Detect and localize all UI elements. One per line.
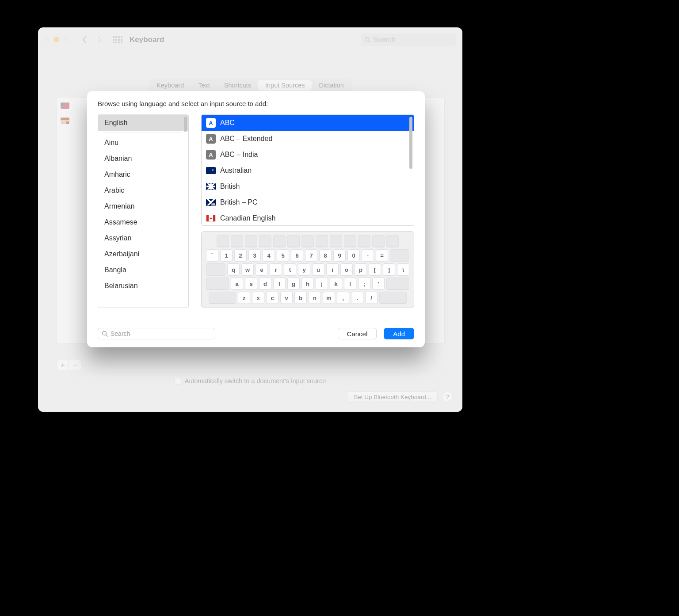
remove-source-button[interactable]: － — [69, 360, 81, 370]
flag-icon — [206, 199, 216, 206]
add-source-button[interactable]: ＋ — [57, 360, 69, 370]
key-blank — [301, 235, 314, 247]
language-item-arabic[interactable]: Arabic — [98, 183, 188, 198]
search-icon — [102, 331, 108, 337]
key: . — [351, 292, 363, 304]
sheet-search-placeholder: Search — [111, 330, 130, 337]
tab-text[interactable]: Text — [191, 80, 217, 91]
forward-button[interactable] — [93, 34, 106, 46]
tab-shortcuts[interactable]: Shortcuts — [217, 80, 258, 91]
key: 9 — [333, 249, 346, 262]
cancel-button[interactable]: Cancel — [338, 328, 377, 339]
auto-switch-checkbox[interactable] — [175, 378, 181, 384]
language-item-bangla[interactable]: Bangla — [98, 262, 188, 278]
tab-keyboard[interactable]: Keyboard — [149, 80, 191, 91]
key: d — [259, 278, 271, 290]
key: v — [280, 292, 293, 304]
key: h — [301, 278, 314, 290]
language-item-assyrian[interactable]: Assyrian — [98, 230, 188, 246]
key-blank — [287, 235, 300, 247]
add-input-source-sheet: Browse using language and select an inpu… — [87, 91, 425, 347]
zoom-window-button[interactable] — [63, 37, 69, 42]
key-blank — [206, 278, 229, 290]
key-blank — [231, 235, 243, 247]
key-blank — [330, 235, 342, 247]
layout-letter-icon: A — [206, 134, 216, 144]
key: w — [241, 263, 254, 276]
input-source-label: ABC — [220, 119, 235, 127]
key: 3 — [248, 249, 261, 262]
key-blank — [245, 235, 257, 247]
key: a — [231, 278, 243, 290]
language-item-azerbaijani[interactable]: Azerbaijani — [98, 246, 188, 262]
language-list-scrollbar[interactable] — [184, 117, 187, 132]
flag-icon — [61, 103, 69, 109]
language-list[interactable]: EnglishAinuAlbanianAmharicArabicArmenian… — [98, 114, 189, 308]
back-button[interactable] — [78, 34, 91, 46]
language-item-armenian[interactable]: Armenian — [98, 198, 188, 214]
keyboard-layout-preview: `1234567890-= qwertyuiop[]\ asdfghjkl;' … — [201, 231, 414, 308]
key: b — [294, 292, 307, 304]
input-source-item[interactable]: Australian — [202, 163, 414, 179]
key-blank — [273, 235, 286, 247]
help-button[interactable]: ? — [442, 392, 453, 402]
input-source-label: British — [220, 183, 240, 190]
window-footer-actions: Set Up Bluetooth Keyboard... ? — [38, 392, 462, 402]
input-source-item[interactable]: ✦Canadian English — [202, 210, 414, 226]
window-title: Keyboard — [130, 35, 164, 44]
toolbar-search-placeholder: Search — [373, 36, 396, 44]
toolbar-search-field[interactable]: Search — [361, 34, 456, 46]
key: c — [266, 292, 278, 304]
tab-dictation[interactable]: Dictation — [312, 80, 351, 91]
key: r — [270, 263, 282, 276]
flag-icon — [61, 118, 69, 124]
input-source-item[interactable]: British — [202, 179, 414, 194]
layout-letter-icon: A — [206, 150, 216, 160]
key: g — [287, 278, 300, 290]
show-all-icon[interactable] — [113, 36, 122, 43]
key: j — [316, 278, 328, 290]
key: , — [337, 292, 349, 304]
auto-switch-label: Automatically switch to a document's inp… — [185, 377, 326, 384]
input-source-item[interactable]: British – PC — [202, 194, 414, 210]
key: \ — [397, 263, 409, 276]
key: 6 — [291, 249, 303, 262]
input-source-item[interactable]: AABC — [202, 115, 414, 131]
language-item-assamese[interactable]: Assamese — [98, 214, 188, 230]
key-blank — [209, 292, 236, 304]
language-item-albanian[interactable]: Albanian — [98, 151, 188, 167]
language-list-divider — [104, 133, 182, 133]
add-button[interactable]: Add — [384, 328, 414, 339]
sheet-instruction-label: Browse using language and select an inpu… — [98, 100, 414, 107]
key: / — [365, 292, 378, 304]
key: i — [326, 263, 339, 276]
input-source-item[interactable]: AABC – Extended — [202, 131, 414, 147]
language-item-english[interactable]: English — [98, 115, 188, 131]
key-blank — [386, 278, 409, 290]
setup-bluetooth-button[interactable]: Set Up Bluetooth Keyboard... — [347, 392, 438, 402]
tab-input-sources[interactable]: Input Sources — [258, 80, 312, 91]
key: 5 — [277, 249, 289, 262]
key-blank — [217, 235, 229, 247]
language-item-ainu[interactable]: Ainu — [98, 135, 188, 151]
key: z — [238, 292, 250, 304]
input-source-list[interactable]: AABCAABC – ExtendedAABC – IndiaAustralia… — [201, 114, 414, 226]
input-source-item[interactable]: AABC – India — [202, 147, 414, 163]
flag-icon — [206, 167, 216, 174]
language-item-amharic[interactable]: Amharic — [98, 167, 188, 183]
key: 0 — [347, 249, 360, 262]
key: - — [362, 249, 374, 262]
key-blank — [386, 235, 399, 247]
minimize-window-button[interactable] — [53, 37, 59, 42]
key-blank — [372, 235, 385, 247]
search-icon — [364, 37, 370, 43]
close-window-button[interactable] — [44, 37, 50, 42]
key: e — [256, 263, 268, 276]
svg-line-3 — [106, 335, 108, 337]
key-blank — [316, 235, 328, 247]
key: o — [340, 263, 353, 276]
flag-icon: ✦ — [206, 215, 216, 222]
sheet-search-field[interactable]: Search — [98, 328, 215, 339]
source-list-scrollbar[interactable] — [409, 117, 412, 169]
language-item-belarusian[interactable]: Belarusian — [98, 278, 188, 294]
